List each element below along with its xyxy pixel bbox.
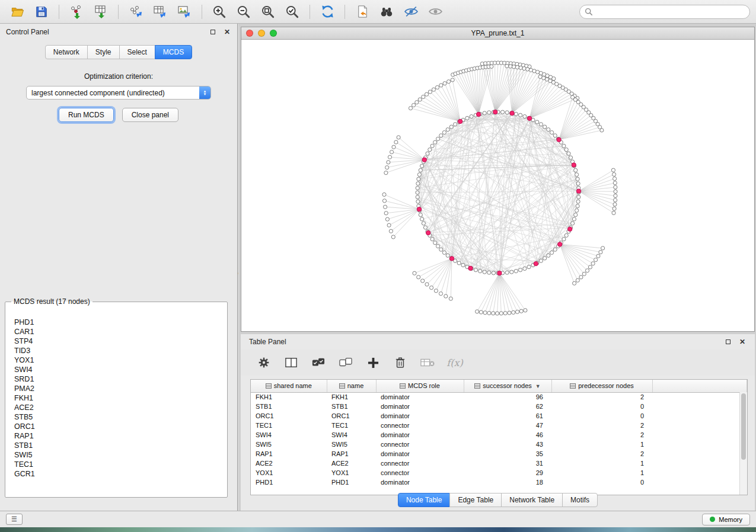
cell-mcds-role: dominator	[376, 430, 464, 440]
memory-label: Memory	[719, 516, 742, 523]
deselect-all-rows-button[interactable]	[338, 355, 353, 370]
open-file-button[interactable]	[6, 2, 28, 21]
cell-mcds-role: connector	[376, 459, 464, 468]
mcds-node-item[interactable]: STB1	[14, 441, 224, 450]
tab-node-table[interactable]: Node Table	[398, 493, 451, 507]
mcds-node-item[interactable]: SWI5	[14, 450, 224, 460]
mcds-node-item[interactable]: FKH1	[14, 393, 224, 403]
mcds-node-item[interactable]: RAP1	[14, 431, 224, 441]
mcds-node-item[interactable]: PHD1	[14, 318, 224, 327]
mcds-node-item[interactable]: TID3	[14, 346, 224, 355]
import-network-icon	[69, 5, 84, 19]
mcds-node-item[interactable]: CAR1	[14, 327, 224, 336]
open-folder-icon	[11, 5, 24, 18]
column-header-successor-nodes[interactable]: successor nodes▼	[464, 380, 551, 392]
zoom-out-button[interactable]	[232, 2, 255, 21]
function-builder-button[interactable]: f(x)	[447, 355, 462, 370]
mcds-node-item[interactable]: GCR1	[14, 469, 224, 479]
apply-layout-button[interactable]	[316, 2, 339, 21]
column-header-shared-name[interactable]: shared name	[251, 380, 327, 392]
clone-network-button[interactable]	[351, 2, 374, 21]
optimization-criterion-select[interactable]: largest connected component (undirected)…	[26, 86, 211, 100]
search-input[interactable]	[596, 8, 745, 16]
mcds-node-item[interactable]: SRD1	[14, 374, 224, 384]
network-window-titlebar[interactable]: YPA_prune.txt_1	[241, 27, 754, 40]
column-header-name[interactable]: name	[327, 380, 376, 392]
close-mcds-panel-button[interactable]: Close panel	[122, 108, 178, 122]
window-close-button[interactable]	[246, 30, 253, 37]
mcds-node-item[interactable]: STB5	[14, 412, 224, 422]
table-row[interactable]: FKH1FKH1dominator962	[251, 392, 747, 402]
mcds-node-item[interactable]: STP4	[14, 336, 224, 346]
mcds-result-list[interactable]: PHD1CAR1STP4TID3YOX1SWI4SRD1PMA2FKH1ACE2…	[8, 316, 224, 493]
tab-style[interactable]: Style	[87, 45, 120, 59]
table-row[interactable]: STB1STB1dominator620	[251, 402, 747, 411]
tab-network[interactable]: Network	[45, 45, 88, 59]
selected-criterion: largest connected component (undirected)	[27, 89, 199, 97]
table-row[interactable]: TEC1TEC1connector472	[251, 421, 747, 430]
import-table-icon	[94, 5, 108, 19]
delete-table-button[interactable]	[420, 355, 435, 370]
refresh-icon	[320, 4, 335, 19]
show-columns-button[interactable]	[283, 355, 299, 370]
delete-column-button[interactable]	[393, 355, 408, 370]
mcds-node-item[interactable]: ACE2	[14, 403, 224, 412]
tab-motifs[interactable]: Motifs	[562, 493, 598, 507]
panel-menu-button[interactable]: ☰	[6, 514, 23, 525]
toolbar-separator	[344, 5, 345, 19]
preview-button[interactable]	[424, 2, 446, 21]
mcds-node-item[interactable]: SWI4	[14, 365, 224, 374]
table-row[interactable]: YOX1YOX1connector291	[251, 468, 747, 477]
save-session-button[interactable]	[30, 2, 53, 21]
cell-shared-name: SWI5	[251, 440, 327, 449]
close-table-panel-button[interactable]: ✕	[738, 338, 747, 346]
zoom-selected-button[interactable]	[281, 2, 304, 21]
tab-mcds[interactable]: MCDS	[155, 45, 192, 59]
table-row[interactable]: ACE2ACE2connector311	[251, 459, 747, 468]
trash-icon	[395, 357, 406, 368]
import-network-button[interactable]	[65, 2, 88, 21]
mcds-node-item[interactable]: TEC1	[14, 460, 224, 469]
column-header-mcds-role[interactable]: MCDS role	[376, 380, 464, 392]
table-row[interactable]: PHD1PHD1dominator180	[251, 477, 747, 487]
import-table-button[interactable]	[90, 2, 112, 21]
run-mcds-button[interactable]: Run MCDS	[59, 108, 114, 122]
cell-mcds-role: dominator	[376, 402, 464, 411]
table-scrollbar[interactable]	[739, 392, 747, 495]
float-panel-button[interactable]	[209, 28, 217, 36]
zoom-in-button[interactable]	[208, 2, 231, 21]
mcds-node-item[interactable]: PMA2	[14, 384, 224, 393]
select-all-rows-button[interactable]	[311, 355, 326, 370]
table-row[interactable]: RAP1RAP1dominator352	[251, 449, 747, 459]
show-hide-graphics-button[interactable]	[400, 2, 422, 21]
export-network-button[interactable]	[125, 2, 147, 21]
cell-predecessor-nodes: 1	[551, 459, 652, 468]
mcds-node-item[interactable]: YOX1	[14, 355, 224, 365]
close-control-panel-button[interactable]: ✕	[223, 28, 231, 36]
tab-select[interactable]: Select	[119, 45, 155, 59]
cell-shared-name: ACE2	[251, 459, 327, 468]
scrollbar-thumb[interactable]	[741, 393, 746, 460]
zoom-fit-button[interactable]	[257, 2, 279, 21]
tab-edge-table[interactable]: Edge Table	[449, 493, 502, 507]
close-icon: ✕	[739, 338, 745, 345]
mcds-node-item[interactable]: ORC1	[14, 422, 224, 431]
find-button[interactable]	[375, 2, 398, 21]
window-minimize-button[interactable]	[258, 30, 265, 37]
column-header-predecessor-nodes[interactable]: predecessor nodes	[551, 380, 652, 392]
window-maximize-button[interactable]	[270, 30, 277, 37]
add-column-button[interactable]	[365, 355, 381, 370]
export-table-button[interactable]	[149, 2, 171, 21]
table-row[interactable]: SWI4SWI4dominator462	[251, 430, 747, 440]
float-table-panel-button[interactable]	[724, 338, 732, 346]
cell-name: RAP1	[327, 449, 376, 459]
table-row[interactable]: ORC1ORC1dominator610	[251, 411, 747, 421]
export-image-button[interactable]	[173, 2, 196, 21]
cell-successor-nodes: 46	[464, 430, 551, 440]
table-row[interactable]: SWI5SWI5connector431	[251, 440, 747, 449]
network-canvas[interactable]	[241, 40, 754, 331]
tab-network-table[interactable]: Network Table	[501, 493, 563, 507]
memory-button[interactable]: Memory	[702, 514, 750, 525]
memory-status-icon	[710, 517, 715, 522]
table-options-button[interactable]	[256, 355, 272, 370]
